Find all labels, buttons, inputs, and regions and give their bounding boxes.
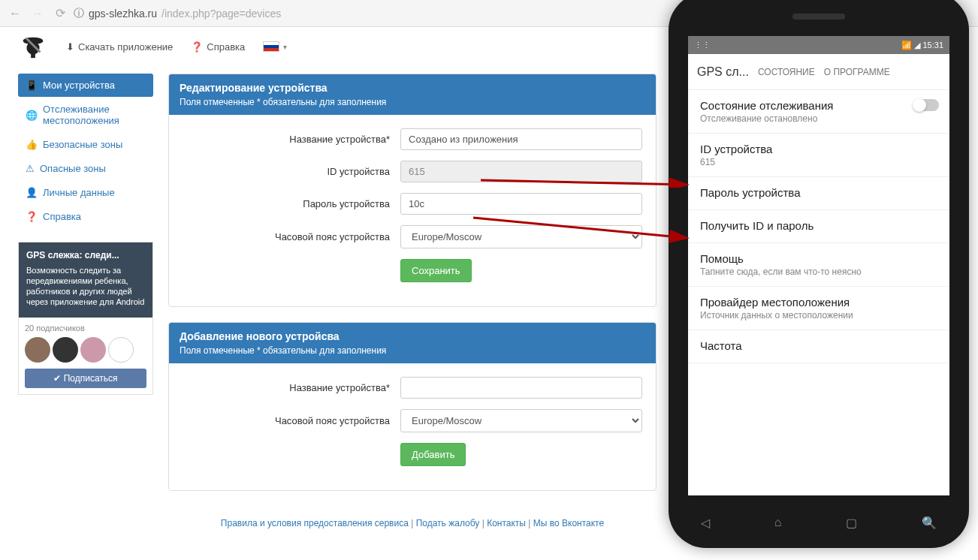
tab-status[interactable]: СОСТОЯНИЕ	[758, 67, 815, 77]
footer-contacts[interactable]: Контакты	[487, 518, 526, 528]
site-logo[interactable]	[18, 32, 48, 62]
list-item-title: Провайдер местоположения	[700, 296, 937, 309]
sidebar: 📱Мои устройства 🌐Отслеживание местополож…	[18, 74, 153, 540]
search-icon[interactable]: 🔍	[922, 516, 937, 530]
sidebar-item-devices[interactable]: 📱Мои устройства	[18, 74, 153, 97]
add-device-panel: Добавление нового устройсва Поля отмечен…	[168, 322, 657, 491]
list-item-subtitle: Отслеживание остановлено	[700, 113, 937, 124]
url-path: /index.php?page=devices	[161, 8, 281, 20]
panel-title: Редактирование устройства	[180, 82, 645, 94]
thumbs-up-icon: 👍	[26, 139, 38, 150]
language-selector[interactable]: ▾	[263, 41, 287, 52]
panel-subtitle: Поля отмеченные * обязательны для заполн…	[180, 97, 645, 107]
list-item-title: Пароль устройства	[700, 186, 937, 199]
phone-statusbar: ⋮⋮ 📶 ◢ 15:31	[688, 36, 949, 54]
help-link[interactable]: ❓Справка	[191, 41, 245, 53]
vk-title: GPS слежка: следи...	[26, 250, 145, 262]
home-icon[interactable]: ⌂	[774, 516, 782, 529]
list-item-subtitle: Тапните сюда, если вам что-то неясно	[700, 266, 937, 277]
list-item-title: Состояние отслеживания	[700, 99, 937, 112]
device-password-input[interactable]	[400, 193, 642, 215]
device-name-label: Название устройства*	[183, 134, 400, 145]
sidebar-item-safe-zones[interactable]: 👍Безопасные зоны	[18, 133, 153, 156]
device-tz-label: Часовой пояс устройства	[183, 231, 400, 242]
vk-subscribe-button[interactable]: ✔ Подписаться	[25, 369, 146, 388]
avatar[interactable]	[80, 337, 106, 363]
device-name-input[interactable]	[400, 128, 642, 150]
list-item-title: Частота	[700, 339, 937, 352]
recents-icon[interactable]: ▢	[846, 516, 857, 530]
phone-list-item[interactable]: ПомощьТапните сюда, если вам что-то неяс…	[688, 243, 949, 287]
signal-icon: 📶 ◢	[901, 41, 922, 50]
phone-list: Состояние отслеживанияОтслеживание остан…	[688, 90, 949, 363]
svg-rect-2	[31, 54, 35, 59]
phone-mockup: ⋮⋮ 📶 ◢ 15:31 GPS сл... СОСТОЯНИЕ О ПРОГР…	[669, 0, 969, 548]
sidebar-item-personal[interactable]: 👤Личные данные	[18, 181, 153, 204]
save-button[interactable]: Сохранить	[400, 259, 472, 282]
edit-device-panel: Редактирование устройства Поля отмеченны…	[168, 74, 657, 307]
list-item-subtitle: Источник данных о местоположении	[700, 310, 937, 321]
new-device-name-label: Название устройства*	[183, 382, 400, 393]
footer-terms[interactable]: Правила и условия предоставления сервиса	[221, 518, 409, 528]
list-item-subtitle: 615	[700, 157, 937, 167]
globe-icon: 🌐	[26, 110, 38, 121]
sidebar-item-help[interactable]: ❓Справка	[18, 205, 153, 228]
footer-vk[interactable]: Мы во Вконтакте	[533, 518, 604, 528]
download-icon: ⬇	[66, 41, 74, 53]
phone-list-item[interactable]: Пароль устройства	[688, 177, 949, 210]
sidebar-item-tracking[interactable]: 🌐Отслеживание местоположения	[18, 98, 153, 132]
new-device-tz-label: Часовой пояс устройства	[183, 415, 400, 426]
toggle-switch[interactable]	[913, 99, 939, 111]
question-icon: ❓	[191, 41, 203, 53]
svg-point-1	[26, 41, 39, 54]
panel-subtitle: Поля отмеченные * обязательны для заполн…	[180, 345, 645, 356]
new-device-name-input[interactable]	[400, 377, 642, 399]
flag-ru-icon	[263, 41, 279, 52]
device-tz-select[interactable]: Europe/Moscow	[400, 225, 642, 248]
user-icon: 👤	[26, 187, 38, 198]
phone-list-item[interactable]: ID устройства615	[688, 134, 949, 177]
phone-icon: 📱	[26, 80, 38, 91]
avatar[interactable]	[25, 337, 50, 363]
panel-title: Добавление нового устройсва	[180, 330, 645, 342]
vk-widget: GPS слежка: следи... Возможность следить…	[18, 242, 153, 395]
new-device-tz-select[interactable]: Europe/Moscow	[400, 409, 642, 432]
list-item-title: ID устройства	[700, 143, 937, 155]
android-icon: ⋮⋮	[694, 41, 711, 50]
forward-icon[interactable]: →	[29, 5, 47, 23]
info-icon: ⓘ	[74, 7, 84, 20]
url-domain: gps-slezhka.ru	[89, 8, 157, 20]
back-icon[interactable]: ◁	[701, 516, 710, 530]
app-title: GPS сл...	[697, 65, 749, 79]
download-link[interactable]: ⬇Скачать приложение	[66, 41, 173, 53]
vk-avatars	[25, 337, 146, 363]
list-item-title: Помощь	[700, 252, 937, 265]
list-item-title: Получить ID и пароль	[700, 219, 937, 232]
vk-subscribers: 20 подписчиков	[25, 324, 146, 333]
status-time: 15:31	[922, 41, 943, 50]
phone-list-item[interactable]: Провайдер местоположенияИсточник данных …	[688, 287, 949, 330]
phone-list-item[interactable]: Состояние отслеживанияОтслеживание остан…	[688, 90, 949, 134]
phone-list-item[interactable]: Получить ID и пароль	[688, 210, 949, 243]
footer-complaint[interactable]: Подать жалобу	[416, 518, 480, 528]
phone-nav-bar: ◁ ⌂ ▢ 🔍	[669, 507, 969, 537]
vk-cover[interactable]: GPS слежка: следи... Возможность следить…	[19, 242, 152, 318]
add-button[interactable]: Добавить	[400, 443, 466, 466]
avatar[interactable]	[108, 337, 134, 363]
back-icon[interactable]: ←	[6, 5, 24, 23]
warning-icon: ⚠	[26, 163, 35, 174]
tab-about[interactable]: О ПРОГРАММЕ	[824, 67, 890, 77]
phone-list-item[interactable]: Частота	[688, 330, 949, 363]
question-icon: ❓	[26, 211, 38, 222]
avatar[interactable]	[53, 337, 78, 363]
reload-icon[interactable]: ⟳	[51, 5, 69, 23]
device-id-input	[400, 161, 642, 182]
sidebar-item-danger-zones[interactable]: ⚠Опасные зоны	[18, 157, 153, 180]
content: Редактирование устройства Поля отмеченны…	[168, 74, 657, 540]
address-bar[interactable]: ⓘ gps-slezhka.ru/index.php?page=devices	[74, 7, 281, 20]
vk-desc: Возможность следить за передвижениями ре…	[26, 265, 145, 308]
device-password-label: Пароль устройства	[183, 198, 400, 209]
footer: Правила и условия предоставления сервиса…	[168, 506, 657, 540]
phone-tabs: GPS сл... СОСТОЯНИЕ О ПРОГРАММЕ	[688, 54, 949, 90]
device-id-label: ID устройства	[183, 166, 400, 177]
